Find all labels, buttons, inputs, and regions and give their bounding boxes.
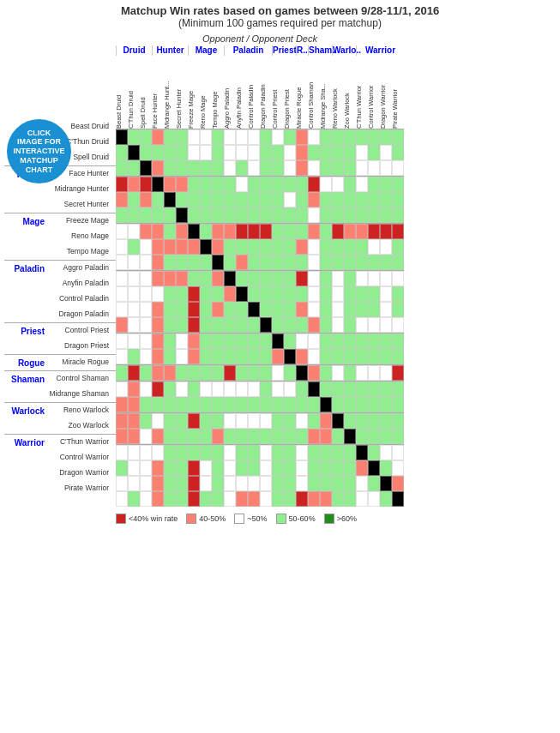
cell-2-2	[140, 160, 152, 176]
cell-4-12	[260, 192, 272, 207]
cell-17-5	[176, 397, 188, 412]
cell-21-10	[236, 460, 248, 476]
cell-11-6	[188, 302, 200, 317]
cell-3-5	[176, 177, 188, 192]
cell-15-1	[128, 365, 140, 381]
cell-5-13	[272, 207, 284, 223]
cell-5-3	[152, 207, 164, 223]
interactive-chart-button[interactable]: CLICK IMAGE FOR INTERACTIVE MATCHUP CHAR…	[7, 119, 71, 183]
row-label-11: Control Paladin	[4, 291, 116, 307]
cell-0-2	[140, 129, 152, 145]
cell-18-10	[236, 413, 248, 429]
cell-7-6	[188, 239, 200, 255]
row-label-4: Midrange Hunter	[4, 182, 116, 197]
cell-14-7	[200, 349, 212, 364]
data-row-14	[116, 349, 404, 364]
cell-5-18	[332, 207, 344, 223]
cell-14-17	[320, 349, 332, 364]
cell-4-3	[152, 192, 164, 207]
cell-13-16	[308, 333, 320, 349]
cell-21-21	[368, 460, 380, 476]
row-label-6: MageFreeze Mage	[4, 213, 116, 229]
cell-4-9	[224, 192, 236, 207]
cell-13-19	[344, 333, 356, 349]
cell-22-13	[272, 476, 284, 491]
col-class-header-paladin: Paladin	[224, 45, 272, 56]
cell-20-9	[224, 445, 236, 460]
cell-6-17	[320, 224, 332, 239]
cell-1-9	[224, 145, 236, 160]
col-deck-header-7: Reno Mage	[200, 56, 212, 129]
cell-11-10	[236, 302, 248, 317]
cell-21-19	[344, 460, 356, 476]
cell-4-15	[296, 192, 308, 207]
cell-1-5	[176, 145, 188, 160]
cell-10-8	[212, 286, 224, 302]
cell-2-23	[392, 160, 404, 176]
cell-13-7	[200, 333, 212, 349]
cell-9-19	[344, 271, 356, 286]
data-row-9	[116, 271, 404, 286]
cell-10-9	[224, 286, 236, 302]
cell-3-7	[200, 177, 212, 192]
cell-15-19	[344, 365, 356, 381]
cell-18-20	[356, 413, 368, 429]
cell-16-2	[140, 382, 152, 397]
cell-9-5	[176, 271, 188, 286]
cell-12-19	[344, 317, 356, 333]
cell-6-0	[116, 224, 128, 239]
cell-19-13	[272, 429, 284, 444]
cell-20-21	[368, 445, 380, 460]
cell-8-15	[296, 255, 308, 270]
cell-8-20	[356, 255, 368, 270]
row-label-12: Dragon Paladin	[4, 307, 116, 322]
cell-9-9	[224, 271, 236, 286]
cell-8-3	[152, 255, 164, 270]
title-area: Matchup Win rates based on games between…	[4, 4, 556, 29]
cell-16-18	[332, 382, 344, 397]
cell-0-14	[284, 129, 296, 145]
cell-12-20	[356, 317, 368, 333]
cell-23-11	[248, 491, 260, 507]
cell-18-22	[380, 413, 392, 429]
cell-5-14	[284, 207, 296, 223]
cell-17-4	[164, 397, 176, 412]
cell-9-18	[332, 271, 344, 286]
row-label-16: ShamanControl Shaman	[4, 371, 116, 387]
deck-label-12: Dragon Paladin	[47, 310, 111, 318]
cell-22-16	[308, 476, 320, 491]
cell-6-15	[296, 224, 308, 239]
cell-9-11	[248, 271, 260, 286]
cell-10-6	[188, 286, 200, 302]
cell-21-20	[356, 460, 368, 476]
cell-23-14	[284, 491, 296, 507]
cell-17-0	[116, 397, 128, 412]
cell-8-10	[236, 255, 248, 270]
cell-21-8	[212, 460, 224, 476]
cell-4-0	[116, 192, 128, 207]
cell-6-14	[284, 224, 296, 239]
cell-6-10	[236, 224, 248, 239]
cell-22-4	[164, 476, 176, 491]
cell-12-8	[212, 317, 224, 333]
cell-21-18	[332, 460, 344, 476]
cell-6-16	[308, 224, 320, 239]
col-deck-header-5: Secret Hunter	[176, 56, 188, 129]
cell-17-7	[200, 397, 212, 412]
data-row-3	[116, 177, 404, 192]
cell-0-0	[116, 129, 128, 145]
cell-6-22	[380, 224, 392, 239]
cell-21-16	[308, 460, 320, 476]
row-label-7: Reno Mage	[4, 229, 116, 244]
cell-21-5	[176, 460, 188, 476]
cell-4-21	[368, 192, 380, 207]
data-rows-container	[116, 129, 404, 507]
cell-11-12	[260, 302, 272, 317]
cell-12-11	[248, 317, 260, 333]
cell-13-17	[320, 333, 332, 349]
cell-23-19	[344, 491, 356, 507]
cell-13-14	[284, 333, 296, 349]
cell-2-6	[188, 160, 200, 176]
cell-6-7	[200, 224, 212, 239]
cell-18-23	[392, 413, 404, 429]
